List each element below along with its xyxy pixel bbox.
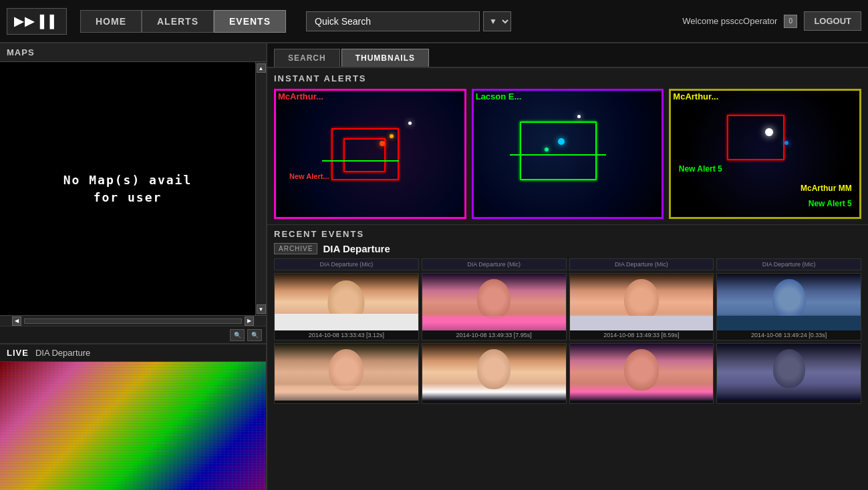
detection-box-3 [727, 115, 784, 160]
light-white-2 [577, 115, 581, 118]
tab-thumbnails[interactable]: THUMBNAILS [341, 49, 429, 67]
search-input[interactable] [306, 11, 480, 31]
scroll-down-arrow[interactable]: ▼ [257, 304, 266, 314]
scroll-right-arrow[interactable]: ▶ [245, 316, 254, 326]
scroll-up-arrow[interactable]: ▲ [257, 63, 266, 73]
alerts-grid: McArthur... [274, 89, 861, 219]
alert-thumb-2[interactable]: Lacson E... [472, 89, 664, 219]
maps-container: No Map(s) availfor user ▲ ▼ [0, 62, 266, 315]
search-area: ▼ [306, 11, 682, 31]
thumb-item-3[interactable]: 2014-10-08 13:49:33 [8.59s] [569, 273, 714, 340]
archive-badge: ARCHIVE [274, 243, 317, 254]
live-section: LIVE DIA Departure [0, 343, 266, 490]
main-layout: MAPS No Map(s) availfor user ▲ ▼ ◀ ▶ 🔍 🔍 [0, 43, 868, 490]
alert-overlay-text-1: New Alert... [289, 172, 329, 180]
thumb-face-8 [717, 344, 861, 401]
tab-search[interactable]: SEARCH [274, 49, 340, 67]
right-panel: SEARCH THUMBNAILS INSTANT ALERTS McArthu… [267, 43, 868, 490]
top-bar: ▶▶ ▌▌ HOME ALERTS EVENTS ▼ Welcome psscc… [0, 0, 868, 43]
events-subheader: ARCHIVE DIA Departure [274, 243, 861, 254]
instant-alerts-header: INSTANT ALERTS [274, 73, 861, 83]
maps-canvas: No Map(s) availfor user [0, 62, 255, 315]
alert-cam-visual-1: New Alert... [274, 89, 466, 219]
light-yellow-1 [390, 134, 394, 138]
left-panel: MAPS No Map(s) availfor user ▲ ▼ ◀ ▶ 🔍 🔍 [0, 43, 267, 490]
recent-events-section: RECENT EVENTS ARCHIVE DIA Departure DIA … [267, 225, 868, 490]
thumb-timestamp-4: 2014-10-08 13:49:24 [0.33s] [717, 330, 861, 340]
light-white-1 [408, 121, 412, 125]
thumb-timestamp-6 [422, 401, 566, 403]
thumb-face-1 [275, 274, 418, 330]
zoom-in-button[interactable]: 🔍 [230, 329, 245, 341]
no-map-text: No Map(s) availfor user [63, 172, 192, 205]
maps-section: MAPS No Map(s) availfor user ▲ ▼ ◀ ▶ 🔍 🔍 [0, 43, 266, 343]
thumb-item-6[interactable] [422, 343, 567, 404]
event-title: DIA Departure [323, 243, 390, 254]
thumb-timestamp-3: 2014-10-08 13:49:33 [8.59s] [570, 330, 714, 340]
thumb-face-3 [570, 274, 714, 330]
scroll-left-arrow[interactable]: ◀ [12, 316, 21, 326]
col-header-3: DIA Departure (Mic) [569, 258, 714, 270]
welcome-text: Welcome pssccOperator [682, 16, 777, 26]
detection-box-2 [520, 121, 597, 180]
live-feed [0, 362, 266, 490]
thumb-face-5 [275, 344, 418, 401]
instant-alerts-section: INSTANT ALERTS McArthur... [267, 68, 868, 225]
thumb-timestamp-1: 2014-10-08 13:33:43 [3.12s] [275, 330, 418, 340]
thumb-item-1[interactable]: 2014-10-08 13:33:43 [3.12s] [274, 273, 419, 340]
thumb-timestamp-2: 2014-10-08 13:49:33 [7.95s] [422, 330, 566, 340]
alert-cam-visual-3: New Alert 5 McArthur MM New Alert 5 [669, 89, 861, 219]
maps-header: MAPS [0, 43, 266, 62]
thumb-row-2 [274, 343, 861, 404]
col-header-1: DIA Departure (Mic) [274, 258, 419, 270]
detection-line-2 [510, 154, 606, 156]
thumbnails-row-header: DIA Departure (Mic) DIA Departure (Mic) … [274, 258, 861, 270]
thumb-timestamp-5 [275, 401, 418, 403]
alert-cam-visual-2 [472, 89, 664, 219]
thumb-timestamp-8 [717, 401, 861, 403]
light-green-2 [545, 148, 549, 152]
nav-alerts[interactable]: ALERTS [142, 10, 214, 33]
col-header-2: DIA Departure (Mic) [422, 258, 567, 270]
detection-line-1 [322, 160, 399, 162]
live-badge: LIVE [7, 348, 29, 358]
zoom-out-button[interactable]: 🔍 [247, 329, 262, 341]
alert-label-2: Lacson E... [476, 91, 522, 101]
thumb-timestamp-7 [570, 401, 714, 403]
h-scroll-track[interactable] [24, 318, 242, 324]
welcome-area: Welcome pssccOperator 0 LOGOUT [682, 11, 861, 31]
nav-home[interactable]: HOME [80, 10, 142, 33]
recent-events-header: RECENT EVENTS [274, 229, 861, 239]
col-header-4: DIA Departure (Mic) [716, 258, 861, 270]
thumb-face-2 [422, 274, 566, 330]
thumb-face-7 [570, 344, 714, 401]
maps-scrollbar-v[interactable]: ▲ ▼ [255, 62, 266, 315]
maps-scrollbar-h: ◀ ▶ [0, 315, 266, 326]
alert3-new-alert-text: New Alert 5 [679, 164, 722, 174]
thumbnails-grid: 2014-10-08 13:33:43 [3.12s] 2014-10-08 1… [274, 273, 861, 404]
thumb-item-5[interactable] [274, 343, 419, 404]
logout-button[interactable]: LOGOUT [804, 11, 861, 31]
alert3-new-alert2-text: New Alert 5 [809, 199, 852, 208]
alert-label-3: McArthur... [673, 91, 718, 101]
app-logo: ▶▶ ▌▌ [7, 8, 67, 35]
live-title: DIA Departure [35, 348, 90, 358]
thumb-face-6 [422, 344, 566, 401]
thumb-item-2[interactable]: 2014-10-08 13:49:33 [7.95s] [422, 273, 567, 340]
tabs-bar: SEARCH THUMBNAILS [267, 43, 868, 68]
live-header: LIVE DIA Departure [0, 344, 266, 362]
maps-toolbar: 🔍 🔍 [0, 326, 266, 343]
nav-events[interactable]: EVENTS [214, 10, 286, 33]
alert-thumb-3[interactable]: McArthur... New Alert 5 McArthur MM New … [669, 89, 861, 219]
thumb-row-1: 2014-10-08 13:33:43 [3.12s] 2014-10-08 1… [274, 273, 861, 340]
alert-thumb-1[interactable]: McArthur... [274, 89, 466, 219]
live-feed-visual [0, 362, 266, 490]
thumb-item-4[interactable]: 2014-10-08 13:49:24 [0.33s] [716, 273, 861, 340]
thumb-item-8[interactable] [716, 343, 861, 404]
search-dropdown[interactable]: ▼ [483, 11, 511, 31]
main-nav: HOME ALERTS EVENTS [80, 10, 286, 33]
thumb-item-7[interactable] [569, 343, 714, 404]
light-white-3 [765, 128, 773, 136]
alert-label-1: McArthur... [278, 91, 323, 101]
alert3-mcarthur-text: McArthur MM [801, 184, 852, 193]
